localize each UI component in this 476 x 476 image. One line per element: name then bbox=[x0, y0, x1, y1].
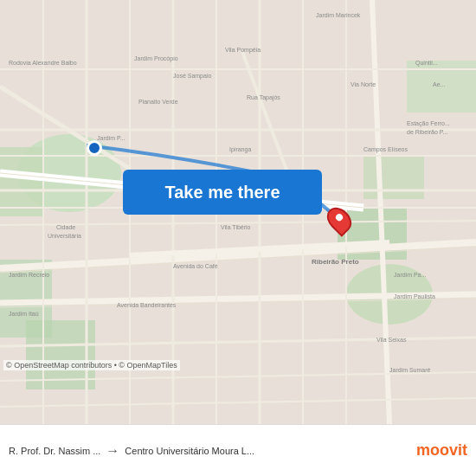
svg-text:Vila Pompéia: Vila Pompéia bbox=[225, 47, 261, 54]
svg-text:Vila Seixas: Vila Seixas bbox=[376, 337, 407, 343]
svg-text:Avenida do Café: Avenida do Café bbox=[173, 263, 218, 269]
route-origin: R. Prof. Dr. Nassim ... bbox=[9, 446, 100, 456]
svg-text:Jardim Procópio: Jardim Procópio bbox=[134, 55, 178, 62]
bottom-bar: R. Prof. Dr. Nassim ... → Centro Univers… bbox=[0, 424, 476, 476]
svg-text:Rua Tapajós: Rua Tapajós bbox=[247, 94, 280, 101]
svg-text:Ribeirão Preto: Ribeirão Preto bbox=[312, 258, 359, 266]
svg-text:Avenida Bandeirantes: Avenida Bandeirantes bbox=[117, 302, 177, 308]
destination-marker bbox=[329, 206, 350, 234]
svg-text:Jardim Paulista: Jardim Paulista bbox=[394, 293, 435, 299]
svg-text:Jardim Itaú: Jardim Itaú bbox=[9, 311, 39, 317]
svg-text:Campos Elíseos: Campos Elíseos bbox=[363, 146, 408, 153]
take-me-there-button[interactable]: Take me there bbox=[123, 170, 322, 215]
svg-text:Jardim Pa...: Jardim Pa... bbox=[394, 272, 426, 278]
route-destination: Centro Universitário Moura L... bbox=[125, 446, 254, 456]
svg-text:Jardim P...: Jardim P... bbox=[97, 135, 125, 141]
svg-text:Universitária: Universitária bbox=[48, 233, 81, 239]
map-container: Rodovia Alexandre Balbo Jardim Procópio … bbox=[0, 0, 476, 424]
svg-rect-4 bbox=[363, 156, 424, 199]
moovit-logo: moovit bbox=[416, 441, 467, 460]
svg-text:Via Norte: Via Norte bbox=[351, 81, 376, 87]
svg-text:Rodovia Alexandre Balbo: Rodovia Alexandre Balbo bbox=[9, 60, 77, 66]
svg-rect-2 bbox=[0, 147, 43, 216]
svg-text:de Ribeirão P...: de Ribeirão P... bbox=[407, 129, 447, 135]
svg-text:Estação Ferro...: Estação Ferro... bbox=[407, 120, 450, 127]
moovit-logo-text: moovit bbox=[416, 441, 467, 460]
svg-text:Jardim Recreio: Jardim Recreio bbox=[9, 272, 49, 278]
svg-text:Ipiranga: Ipiranga bbox=[229, 146, 251, 153]
route-info: R. Prof. Dr. Nassim ... → Centro Univers… bbox=[9, 443, 416, 459]
svg-text:Jardim Sumaré: Jardim Sumaré bbox=[389, 367, 431, 373]
svg-text:Ae...: Ae... bbox=[433, 81, 445, 87]
svg-text:Planalto Verde: Planalto Verde bbox=[138, 99, 178, 105]
map-attribution: © OpenStreetMap contributors • © OpenMap… bbox=[3, 360, 180, 370]
svg-text:Quintil...: Quintil... bbox=[415, 60, 438, 67]
svg-text:Cidade: Cidade bbox=[56, 224, 75, 230]
svg-text:José Sampaio: José Sampaio bbox=[173, 73, 211, 80]
svg-text:Jardim Marincek: Jardim Marincek bbox=[316, 12, 361, 18]
route-arrow-icon: → bbox=[106, 443, 119, 459]
origin-marker bbox=[87, 140, 102, 156]
svg-text:Vila Tibério: Vila Tibério bbox=[221, 224, 251, 230]
